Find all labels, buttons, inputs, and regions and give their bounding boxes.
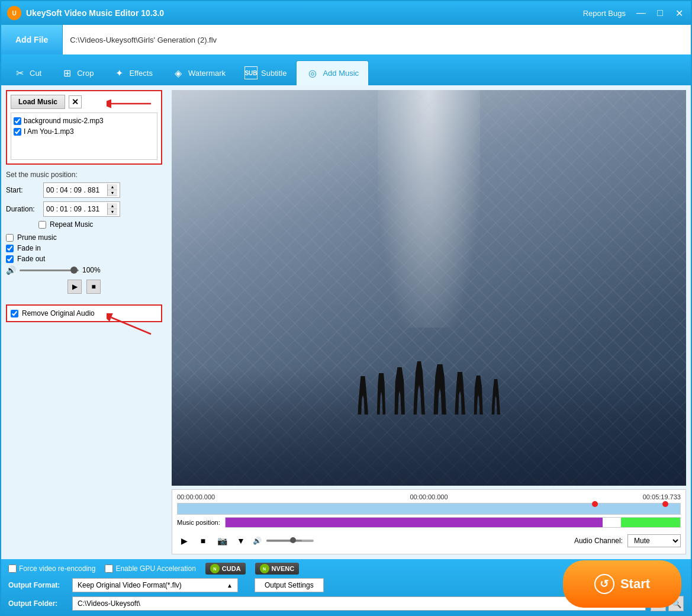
tab-effects-label: Effects [129,69,153,78]
player-vol-handle[interactable] [290,537,296,543]
player-vol-track [266,540,302,541]
music-name-1: background music-2.mp3 [24,117,104,125]
enable-gpu-row: Enable GPU Acceleration [105,564,195,573]
watermark-icon: ◈ [172,66,185,79]
duration-time-input[interactable]: 00 : 01 : 09 . 131 ▲ ▼ [43,201,120,217]
remove-audio-checkbox[interactable] [11,310,18,317]
minimize-button[interactable]: — [635,7,647,19]
player-stop-button[interactable]: ■ [196,534,210,548]
close-button[interactable]: ✕ [673,7,685,19]
play-button[interactable]: ▶ [67,280,82,294]
tab-effects[interactable]: ✦ Effects [103,60,162,85]
light-beam [378,90,481,328]
playback-controls: ▶ ■ [6,280,162,294]
volume-slider-handle[interactable] [70,267,78,274]
timeline-dot-1[interactable] [592,501,598,507]
maximize-button[interactable]: □ [654,7,666,19]
repeat-music-row: Repeat Music [6,220,162,229]
tab-cut[interactable]: ✂ Cut [4,60,51,85]
output-folder-input[interactable] [72,596,646,611]
music-pos-green [621,518,680,527]
output-format-select[interactable]: Keep Original Video Format(*.flv) ▲ [72,578,238,592]
controls-bar: ▶ ■ 📷 ▼ 🔊 Audio Channel: Mute Left Right [177,531,681,550]
duration-up-btn[interactable]: ▲ [108,203,117,209]
timeline-section: 00:00:00.000 00:00:00.000 00:05:19.733 M… [172,489,686,554]
file-path-bar: C:\Videos-Ukeysoft\Girls' Generation (2)… [63,25,691,54]
remove-audio-section: Remove Original Audio [6,304,162,322]
tab-crop-label: Crop [77,69,94,78]
timeline-dot-2[interactable] [662,501,668,507]
load-music-header: Load Music ✕ [11,95,157,109]
remove-audio-label: Remove Original Audio [22,309,95,317]
music-name-2: I Am You-1.mp3 [24,127,74,136]
title-bar: U UkeySoft Video Music Editor 10.3.0 Rep… [1,1,691,25]
force-reencode-label: Force video re-encoding [19,564,95,573]
start-icon: ↺ [594,574,614,594]
output-settings-button[interactable]: Output Settings [255,578,324,592]
volume-icon: 🔊 [6,265,16,275]
force-reencode-row: Force video re-encoding [8,564,95,573]
fade-in-checkbox[interactable] [6,245,14,252]
enable-gpu-checkbox[interactable] [105,564,113,573]
start-down-btn[interactable]: ▼ [108,190,117,196]
repeat-music-checkbox[interactable] [38,221,46,229]
toolbar: Add File C:\Videos-Ukeysoft\Girls' Gener… [1,25,691,54]
duration-spinner: ▲ ▼ [107,203,117,215]
camera-button[interactable]: 📷 [215,534,229,548]
load-music-box: Load Music ✕ background music-2.mp3 I Am… [6,90,162,165]
music-item-2: I Am You-1.mp3 [14,126,155,137]
start-row: Start: 00 : 04 : 09 . 881 ▲ ▼ [6,182,162,198]
add-file-button[interactable]: Add File [1,25,63,54]
music-position-bar[interactable] [225,517,681,528]
report-bugs-link[interactable]: Report Bugs [583,9,626,18]
nvenc-badge: N NVENC [255,563,300,575]
player-play-button[interactable]: ▶ [177,534,191,548]
player-volume-slider[interactable] [266,540,314,542]
tab-add-music[interactable]: ◎ Add Music [296,60,369,85]
music-checkbox-1[interactable] [14,117,21,125]
clear-music-button[interactable]: ✕ [69,95,82,108]
audio-channel-select[interactable]: Mute Left Right Stereo [627,534,681,547]
time-right: 00:05:19.733 [643,493,681,500]
format-dropdown-arrow: ▲ [227,582,233,589]
start-time-input[interactable]: 00 : 04 : 09 . 881 ▲ ▼ [43,182,120,198]
title-bar-right: Report Bugs — □ ✕ [583,7,685,19]
video-bg [172,90,686,486]
tab-crop[interactable]: ⊞ Crop [51,60,103,85]
dancer-1 [358,376,368,415]
duration-down-btn[interactable]: ▼ [108,209,117,215]
prune-music-checkbox[interactable] [6,234,14,242]
fade-in-row: Fade in [6,244,162,252]
time-mid: 00:00:00.000 [410,493,448,500]
volume-slider[interactable] [20,266,79,274]
music-position-label: Music position: [177,519,220,526]
start-button[interactable]: ↺ Start [563,560,681,608]
start-label: Start [620,576,650,592]
tab-add-music-label: Add Music [323,69,359,78]
load-music-button[interactable]: Load Music [11,95,65,109]
dancer-7 [474,376,483,415]
force-reencode-checkbox[interactable] [8,564,17,573]
dancer-2 [376,373,386,415]
fade-out-checkbox[interactable] [6,255,14,263]
timeline-bar[interactable] [177,503,681,515]
fade-out-label: Fade out [17,255,45,263]
music-item-1: background music-2.mp3 [14,116,155,126]
volume-percent: 100% [82,266,101,274]
camera-down-button[interactable]: ▼ [234,534,248,548]
cuda-badge: N CUDA [205,563,246,575]
video-player[interactable] [172,90,686,486]
dancer-group [358,361,500,415]
window-controls: — □ ✕ [635,7,685,19]
prune-music-label: Prune music [17,233,57,242]
time-left: 00:00:00.000 [177,493,215,500]
stop-button[interactable]: ■ [86,280,101,294]
tab-subtitle[interactable]: SUB Subtitle [235,60,296,85]
effects-icon: ✦ [112,66,125,79]
start-spinner: ▲ ▼ [107,184,117,196]
start-up-btn[interactable]: ▲ [108,184,117,190]
music-checkbox-2[interactable] [14,128,21,136]
tab-watermark[interactable]: ◈ Watermark [162,60,235,85]
fade-out-row: Fade out [6,255,162,263]
duration-label: Duration: [6,205,38,213]
